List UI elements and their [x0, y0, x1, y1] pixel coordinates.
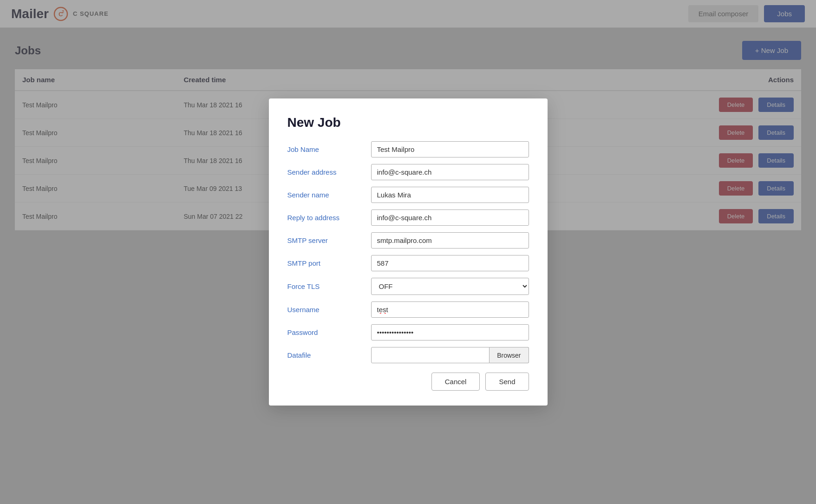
reply-to-row: Reply to address — [287, 209, 529, 226]
smtp-port-label: SMTP port — [287, 259, 371, 267]
datafile-text-input[interactable] — [371, 347, 490, 363]
modal-title: New Job — [287, 115, 529, 130]
username-input[interactable] — [371, 301, 529, 318]
username-row: Username — [287, 301, 529, 318]
smtp-port-row: SMTP port — [287, 255, 529, 271]
sender-name-label: Sender name — [287, 191, 371, 199]
sender-address-label: Sender address — [287, 168, 371, 176]
reply-to-label: Reply to address — [287, 214, 371, 222]
job-name-row: Job Name — [287, 141, 529, 157]
browser-button[interactable]: Browser — [490, 347, 529, 363]
password-row: Password — [287, 324, 529, 340]
sender-address-row: Sender address — [287, 164, 529, 180]
modal-overlay[interactable]: New Job Job Name Sender address Sender n… — [0, 0, 816, 504]
force-tls-row: Force TLS OFF ON — [287, 278, 529, 295]
username-label: Username — [287, 306, 371, 314]
sender-address-input[interactable] — [371, 164, 529, 180]
smtp-server-row: SMTP server — [287, 232, 529, 249]
smtp-server-input[interactable] — [371, 232, 529, 249]
datafile-label: Datafile — [287, 351, 371, 359]
password-input[interactable] — [371, 324, 529, 340]
new-job-modal: New Job Job Name Sender address Sender n… — [269, 98, 548, 406]
sender-name-row: Sender name — [287, 187, 529, 203]
smtp-server-label: SMTP server — [287, 236, 371, 244]
cancel-button[interactable]: Cancel — [431, 373, 480, 391]
force-tls-label: Force TLS — [287, 282, 371, 290]
force-tls-select[interactable]: OFF ON — [371, 278, 529, 295]
datafile-row: Datafile Browser — [287, 347, 529, 363]
datafile-input-wrap: Browser — [371, 347, 529, 363]
sender-name-input[interactable] — [371, 187, 529, 203]
send-button[interactable]: Send — [485, 373, 529, 391]
job-name-label: Job Name — [287, 145, 371, 153]
reply-to-input[interactable] — [371, 209, 529, 226]
modal-footer: Cancel Send — [287, 373, 529, 391]
smtp-port-input[interactable] — [371, 255, 529, 271]
job-name-input[interactable] — [371, 141, 529, 157]
password-label: Password — [287, 328, 371, 336]
